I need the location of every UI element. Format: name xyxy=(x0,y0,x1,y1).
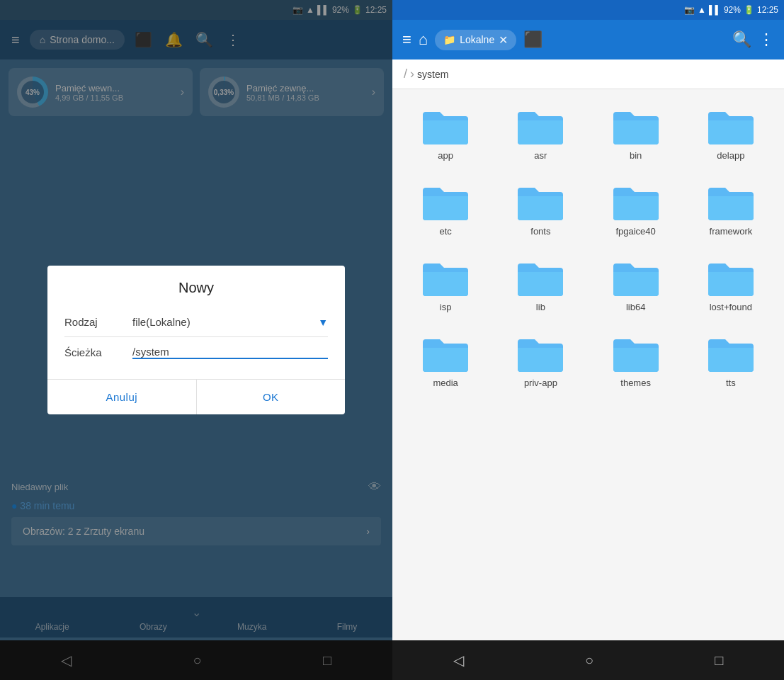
right-home-nav-icon[interactable]: ○ xyxy=(585,652,593,669)
folder-icon-lib64 xyxy=(610,256,661,299)
folder-item-lost+found[interactable]: lost+found xyxy=(686,249,776,319)
folder-item-framework[interactable]: framework xyxy=(686,174,776,244)
folder-icon-fonts xyxy=(515,181,566,223)
right-toolbar: ≡ ⌂ 📁 Lokalne ✕ ⬛ 🔍 ⋮ xyxy=(392,20,784,60)
sciezka-label: Ścieżka xyxy=(64,346,121,358)
folder-icon-etc xyxy=(420,181,471,223)
right-cast-icon[interactable]: ⬛ xyxy=(523,30,542,49)
dropdown-arrow-icon[interactable]: ▼ xyxy=(318,317,328,328)
folder-label-bin: bin xyxy=(630,150,642,161)
folder-icon-app xyxy=(420,105,471,147)
folder-icon-media xyxy=(420,332,471,375)
folder-item-tts[interactable]: tts xyxy=(686,325,776,395)
folder-label-lib: lib xyxy=(536,302,545,312)
sciezka-input[interactable] xyxy=(132,346,328,359)
folder-label-tts: tts xyxy=(726,378,736,388)
folder-item-isp[interactable]: isp xyxy=(401,249,490,319)
folder-item-lib64[interactable]: lib64 xyxy=(591,249,681,319)
new-dialog: Nowy Rodzaj file(Lokalne) ▼ Ścieżka Anul… xyxy=(47,266,345,414)
right-back-icon[interactable]: ◁ xyxy=(453,652,464,669)
folder-item-fpgaice40[interactable]: fpgaice40 xyxy=(591,174,681,244)
folder-icon-bin xyxy=(610,105,661,147)
right-search-icon[interactable]: 🔍 xyxy=(732,30,751,49)
folder-label-media: media xyxy=(433,378,458,388)
folder-label-lib64: lib64 xyxy=(626,302,645,312)
folder-item-etc[interactable]: etc xyxy=(401,174,490,244)
folder-item-themes[interactable]: themes xyxy=(591,325,681,395)
dialog-title: Nowy xyxy=(47,266,345,307)
folder-label-fonts: fonts xyxy=(530,226,550,237)
dialog-body: Rodzaj file(Lokalne) ▼ Ścieżka xyxy=(47,307,345,379)
folder-icon-fpgaice40 xyxy=(610,181,661,223)
left-panel: 📷 ▲ ▌▌ 92% 🔋 12:25 ≡ ⌂ Strona domo... ⬛ … xyxy=(0,0,392,680)
folder-tab-icon: 📁 xyxy=(443,34,455,45)
folder-label-etc: etc xyxy=(439,226,451,237)
dialog-overlay: Nowy Rodzaj file(Lokalne) ▼ Ścieżka Anul… xyxy=(0,0,392,680)
folder-icon-lib xyxy=(515,256,566,299)
folder-icon-asr xyxy=(515,105,566,147)
folder-label-fpgaice40: fpgaice40 xyxy=(615,226,655,237)
right-more-icon[interactable]: ⋮ xyxy=(759,30,774,49)
folder-label-framework: framework xyxy=(710,226,753,237)
folder-label-priv-app: priv-app xyxy=(524,378,557,388)
rodzaj-label: Rodzaj xyxy=(64,316,121,328)
rodzaj-row: Rodzaj file(Lokalne) ▼ xyxy=(64,307,328,337)
folder-label-isp: isp xyxy=(440,302,452,312)
right-signal-icon: ▌▌ xyxy=(709,5,721,15)
folder-icon-themes xyxy=(610,332,661,375)
folder-item-priv-app[interactable]: priv-app xyxy=(496,325,585,395)
cancel-button[interactable]: Anuluj xyxy=(47,380,197,414)
folder-item-delapp[interactable]: delapp xyxy=(686,98,776,168)
breadcrumb-arrow-icon: › xyxy=(410,67,414,81)
folder-label-app: app xyxy=(438,150,453,161)
dialog-actions: Anuluj OK xyxy=(47,379,345,414)
breadcrumb-bar: / › system xyxy=(392,60,784,89)
lokalne-tab[interactable]: 📁 Lokalne ✕ xyxy=(435,30,516,50)
folder-label-lost+found: lost+found xyxy=(710,302,752,312)
tab-label: Lokalne xyxy=(460,34,494,45)
right-battery-label: 92% xyxy=(724,5,741,15)
sciezka-row: Ścieżka xyxy=(64,337,328,368)
folder-item-lib[interactable]: lib xyxy=(496,249,585,319)
rodzaj-value: file(Lokalne) xyxy=(132,316,307,328)
ok-button[interactable]: OK xyxy=(197,380,346,414)
right-battery-icon: 🔋 xyxy=(744,5,754,15)
right-screen-icon: 📷 xyxy=(684,5,695,15)
folder-label-themes: themes xyxy=(620,378,651,388)
folder-icon-delapp xyxy=(705,105,756,147)
folder-icon-isp xyxy=(420,256,471,299)
close-tab-icon[interactable]: ✕ xyxy=(499,33,508,47)
folder-grid: app asr bin delapp etc fonts fpgaice40 f… xyxy=(392,89,784,640)
right-recents-icon[interactable]: □ xyxy=(715,652,723,669)
folder-icon-priv-app xyxy=(515,332,566,375)
folder-label-delapp: delapp xyxy=(717,150,744,161)
right-status-bar: 📷 ▲ ▌▌ 92% 🔋 12:25 xyxy=(392,0,784,20)
folder-item-bin[interactable]: bin xyxy=(591,98,681,168)
right-wifi-icon: ▲ xyxy=(698,5,706,15)
folder-label-asr: asr xyxy=(534,150,547,161)
right-time-label: 12:25 xyxy=(757,5,778,15)
folder-item-fonts[interactable]: fonts xyxy=(496,174,585,244)
folder-item-asr[interactable]: asr xyxy=(496,98,585,168)
right-nav-bar: ◁ ○ □ xyxy=(392,640,784,680)
breadcrumb-root[interactable]: / xyxy=(404,67,407,81)
breadcrumb-current: system xyxy=(417,69,448,80)
right-menu-icon[interactable]: ≡ xyxy=(402,30,411,49)
right-home-icon[interactable]: ⌂ xyxy=(419,30,428,49)
folder-item-app[interactable]: app xyxy=(401,98,490,168)
folder-icon-tts xyxy=(705,332,756,375)
folder-icon-lost+found xyxy=(705,256,756,299)
folder-item-media[interactable]: media xyxy=(401,325,490,395)
right-panel: 📷 ▲ ▌▌ 92% 🔋 12:25 ≡ ⌂ 📁 Lokalne ✕ ⬛ 🔍 ⋮… xyxy=(392,0,784,680)
folder-icon-framework xyxy=(705,181,756,223)
right-status-icons: 📷 ▲ ▌▌ 92% 🔋 12:25 xyxy=(684,5,778,15)
